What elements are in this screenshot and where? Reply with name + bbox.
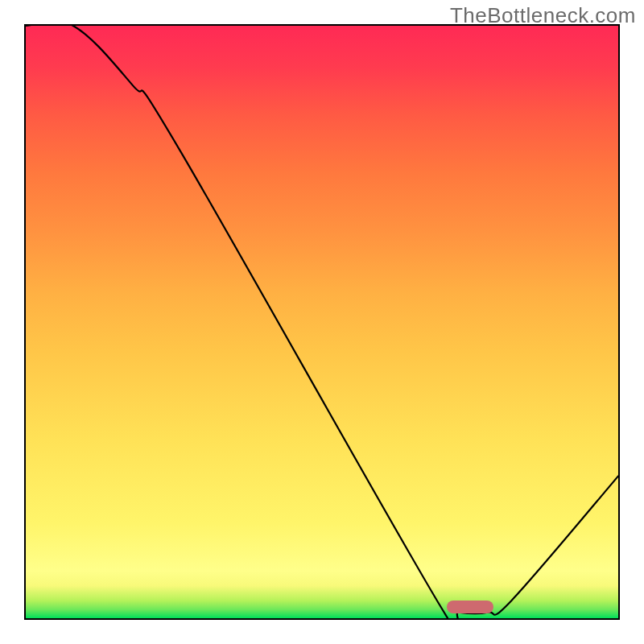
plot-area [24, 24, 620, 620]
bottleneck-curve [26, 26, 618, 618]
bottleneck-curve-layer [26, 26, 618, 618]
watermark-label: TheBottleneck.com [450, 3, 636, 28]
optimal-region-marker [447, 601, 494, 613]
chart-container: TheBottleneck.com [0, 0, 644, 644]
